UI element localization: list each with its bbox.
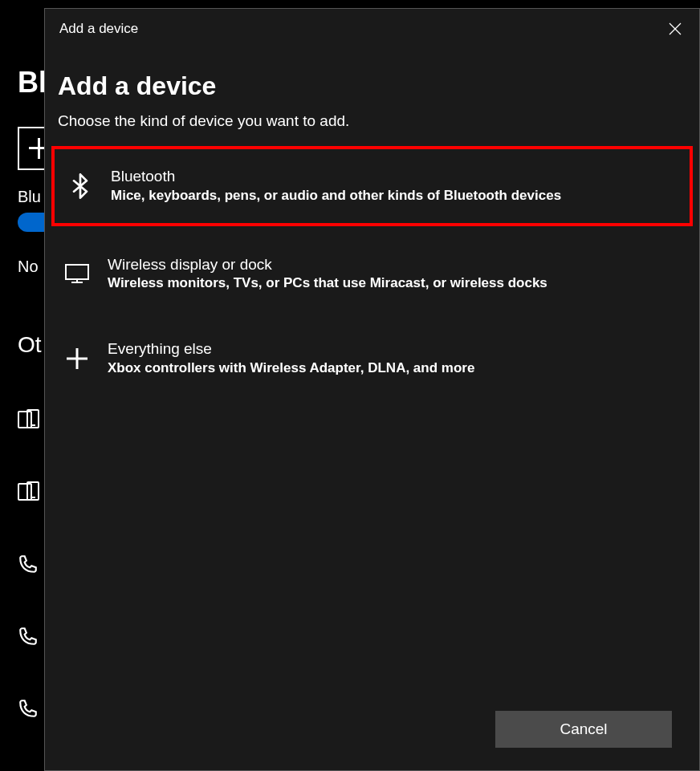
monitor-icon bbox=[64, 264, 90, 283]
cancel-label: Cancel bbox=[560, 720, 607, 738]
svg-rect-0 bbox=[18, 412, 31, 428]
option-bluetooth[interactable]: Bluetooth Mice, keyboards, pens, or audi… bbox=[51, 146, 693, 226]
svg-rect-3 bbox=[18, 484, 31, 500]
dialog-title: Add a device bbox=[58, 71, 686, 101]
option-title: Everything else bbox=[108, 339, 674, 359]
cancel-button[interactable]: Cancel bbox=[495, 711, 672, 748]
close-button[interactable] bbox=[665, 19, 685, 39]
svg-rect-8 bbox=[66, 265, 88, 279]
option-description: Wireless monitors, TVs, or PCs that use … bbox=[108, 274, 674, 293]
option-description: Xbox controllers with Wireless Adapter, … bbox=[108, 359, 674, 378]
plus-icon bbox=[64, 347, 90, 370]
option-everything-else[interactable]: Everything else Xbox controllers with Wi… bbox=[58, 322, 686, 396]
dialog-body: Add a device Choose the kind of device y… bbox=[45, 47, 699, 770]
option-wireless-display[interactable]: Wireless display or dock Wireless monito… bbox=[58, 237, 686, 311]
option-title: Wireless display or dock bbox=[108, 255, 674, 275]
dialog-header-title: Add a device bbox=[59, 21, 138, 37]
dialog-header: Add a device bbox=[45, 9, 699, 47]
dialog-footer: Cancel bbox=[495, 711, 672, 748]
option-title: Bluetooth bbox=[111, 167, 670, 187]
dialog-subtitle: Choose the kind of device you want to ad… bbox=[58, 112, 686, 130]
close-icon bbox=[669, 22, 682, 35]
option-description: Mice, keyboards, pens, or audio and othe… bbox=[111, 187, 670, 205]
bluetooth-icon bbox=[67, 173, 93, 199]
add-device-dialog: Add a device Add a device Choose the kin… bbox=[44, 8, 700, 771]
